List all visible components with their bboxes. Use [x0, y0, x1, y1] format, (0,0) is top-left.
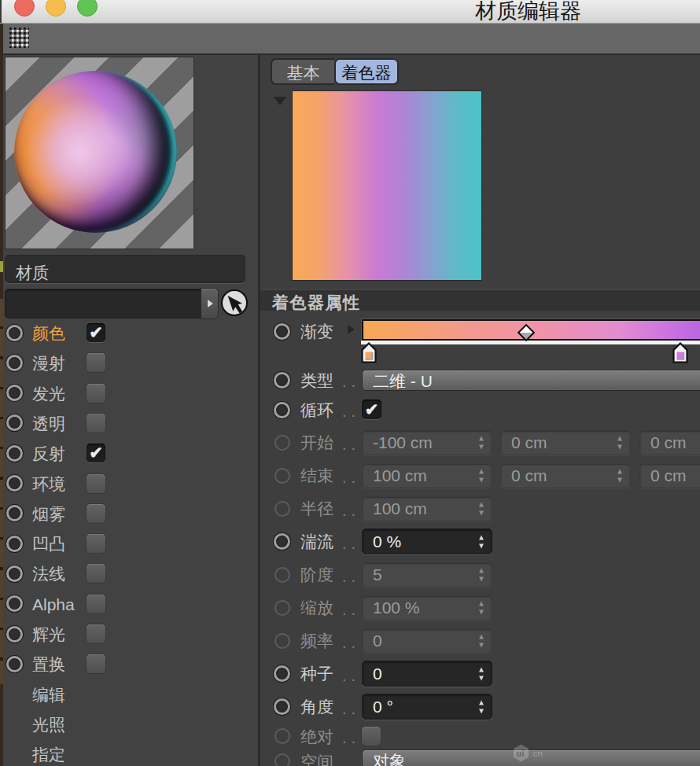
svg-text:ui: ui: [517, 749, 525, 758]
svg-text:.cn: .cn: [531, 749, 543, 758]
